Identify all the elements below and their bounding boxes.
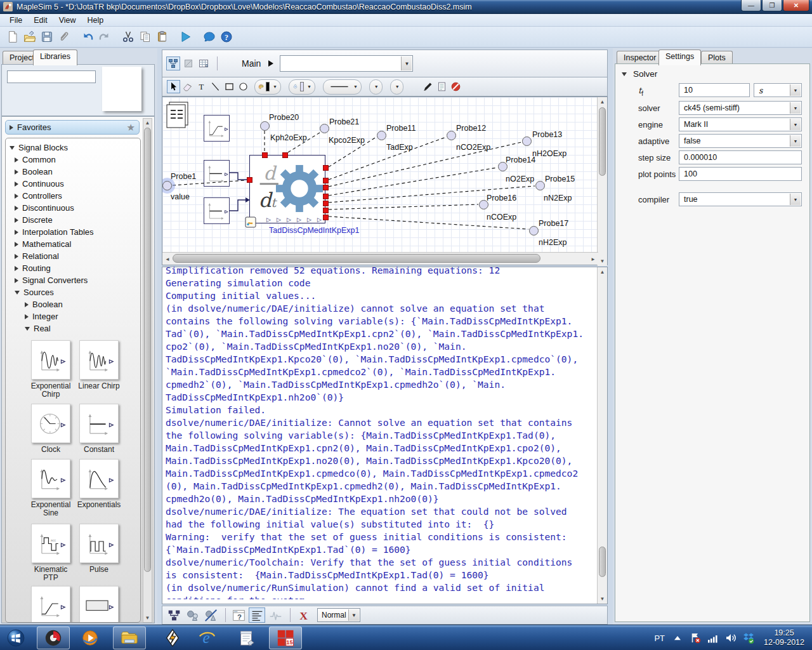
taskbar-internet-explorer[interactable]: e bbox=[190, 627, 223, 649]
palette-block-clock[interactable] bbox=[31, 404, 70, 443]
tree-item-boolean[interactable]: Boolean bbox=[6, 166, 140, 178]
canvas-vertical-scrollbar[interactable]: ▲ ▼ bbox=[597, 97, 607, 266]
rectangle-tool[interactable] bbox=[223, 80, 236, 93]
clear-console-button[interactable]: X bbox=[295, 607, 311, 623]
tree-item-interpolation-tables[interactable]: Interpolation Tables bbox=[6, 226, 140, 238]
solver-unit-dropdown[interactable]: s▼ bbox=[754, 83, 802, 97]
tree-item-controllers[interactable]: Controllers bbox=[6, 190, 140, 202]
port-right[interactable] bbox=[323, 208, 329, 213]
pen-color-tool[interactable]: ▼ bbox=[254, 79, 281, 95]
palette-scrollbar[interactable]: ▲ ▼ bbox=[143, 118, 152, 623]
tree-root-signal-blocks[interactable]: Signal Blocks bbox=[6, 142, 140, 154]
cut-button[interactable] bbox=[121, 29, 136, 44]
tree-item-boolean[interactable]: Boolean bbox=[6, 298, 140, 310]
taskbar-maple-15[interactable]: 15 bbox=[269, 627, 302, 649]
pen-color-swatch[interactable] bbox=[266, 82, 270, 91]
console-level-dropdown[interactable]: Normal▼ bbox=[317, 608, 360, 622]
view-3d-button[interactable] bbox=[184, 607, 200, 623]
palette-block-exponential-chirp[interactable] bbox=[31, 340, 70, 380]
connector-style-tool[interactable]: ▼ bbox=[369, 79, 383, 95]
chevron-down-icon[interactable]: ▼ bbox=[790, 102, 801, 114]
volume-icon[interactable] bbox=[724, 632, 737, 644]
tree-item-signal-converters[interactable]: Signal Converters bbox=[6, 274, 140, 286]
probe-probe13[interactable] bbox=[522, 136, 532, 146]
title-bar[interactable]: MapleSim 5 - *D:\JotaTR bkp\Documentos\D… bbox=[0, 0, 812, 14]
spreadsheet-view-button[interactable]: # bbox=[197, 56, 211, 70]
probe-probe12[interactable] bbox=[447, 131, 456, 140]
probe-probe11[interactable] bbox=[377, 131, 386, 140]
probe-probe20[interactable] bbox=[260, 121, 270, 131]
start-button[interactable] bbox=[1, 627, 30, 649]
document-button[interactable] bbox=[435, 80, 449, 93]
select-tool[interactable] bbox=[167, 80, 180, 93]
tad-diss-block[interactable]: d d t bbox=[249, 155, 325, 223]
palette-block-ramp[interactable] bbox=[31, 586, 70, 623]
run-simulation-button[interactable] bbox=[178, 29, 193, 44]
canvas-horizontal-scrollbar[interactable]: ◄ ► bbox=[162, 252, 598, 265]
probe-probe15[interactable] bbox=[535, 181, 545, 190]
probe-probe17[interactable] bbox=[529, 226, 539, 235]
scroll-down-icon[interactable]: ▼ bbox=[143, 615, 152, 621]
palette-block-exponentials[interactable] bbox=[79, 459, 119, 498]
library-search-input[interactable] bbox=[7, 70, 96, 83]
help-console-button[interactable]: ? bbox=[230, 607, 247, 623]
ellipse-tool[interactable] bbox=[237, 80, 250, 93]
probe-probe21[interactable] bbox=[320, 124, 329, 133]
fill-color-swatch[interactable] bbox=[300, 82, 304, 91]
chevron-down-icon[interactable]: ▼ bbox=[348, 609, 359, 621]
restore-button[interactable]: ❐ bbox=[762, 0, 782, 11]
solver-plot-points-input[interactable]: 100 bbox=[679, 167, 802, 181]
tree-item-real[interactable]: Real bbox=[6, 322, 140, 335]
taskbar-notepad[interactable] bbox=[230, 627, 263, 649]
port-right[interactable] bbox=[323, 194, 329, 199]
model-detail-view-button[interactable] bbox=[181, 56, 195, 70]
palette-block-constant[interactable] bbox=[79, 404, 119, 443]
pen-button[interactable] bbox=[421, 80, 435, 93]
solver-adaptive-dropdown[interactable]: false▼ bbox=[679, 134, 802, 148]
menu-view[interactable]: View bbox=[53, 15, 82, 26]
tree-item-continuous[interactable]: Continuous bbox=[6, 178, 140, 190]
breadcrumb[interactable]: Main bbox=[242, 58, 261, 69]
palette-block-block[interactable] bbox=[79, 586, 119, 623]
taskbar-explorer[interactable] bbox=[113, 627, 146, 649]
taskbar-winamp[interactable] bbox=[156, 627, 189, 649]
port-top[interactable] bbox=[282, 152, 288, 158]
tree-item-sources[interactable]: Sources bbox=[6, 286, 140, 298]
fill-color-tool[interactable]: ▼ bbox=[289, 79, 315, 95]
solver-section-header[interactable]: Solver bbox=[622, 69, 657, 79]
tree-item-relational[interactable]: Relational bbox=[6, 250, 140, 262]
scroll-up-icon[interactable]: ▲ bbox=[143, 120, 152, 126]
tree-item-mathematical[interactable]: Mathematical bbox=[6, 238, 140, 250]
pin-tool[interactable]: ▼ bbox=[390, 79, 403, 95]
language-indicator[interactable]: PT bbox=[654, 633, 665, 643]
chevron-down-icon[interactable]: ▼ bbox=[790, 84, 801, 96]
palette-block-exponential-sine[interactable] bbox=[31, 459, 70, 498]
menu-help[interactable]: Help bbox=[82, 15, 110, 26]
message-console-button[interactable] bbox=[249, 607, 265, 623]
palette-block-kinematic-ptp[interactable]: acc bbox=[31, 524, 70, 563]
network-icon[interactable] bbox=[707, 632, 719, 644]
tab-libraries[interactable]: Libraries bbox=[33, 50, 77, 65]
redo-button[interactable] bbox=[97, 29, 112, 44]
console-scrollbar[interactable]: ▲ ▼ bbox=[597, 267, 607, 604]
solver-compiler-dropdown[interactable]: true▼ bbox=[679, 192, 802, 206]
simulation-graph-button[interactable] bbox=[267, 607, 284, 623]
copy-button[interactable] bbox=[138, 29, 153, 44]
undo-button[interactable] bbox=[80, 29, 95, 44]
tab-settings[interactable]: Settings bbox=[658, 50, 701, 65]
port-top[interactable] bbox=[262, 152, 268, 158]
no-entry-button[interactable] bbox=[449, 80, 462, 93]
solver-step-size-input[interactable]: 0.000010 bbox=[679, 150, 802, 164]
port-left[interactable] bbox=[247, 177, 252, 183]
chat-button[interactable] bbox=[202, 29, 217, 44]
menu-file[interactable]: File bbox=[4, 15, 28, 26]
console-output[interactable]: Simplification removed 52 equations. Rem… bbox=[166, 264, 594, 599]
chevron-down-icon[interactable]: ▼ bbox=[790, 119, 801, 130]
model-view-button[interactable] bbox=[166, 607, 182, 623]
navigation-combobox[interactable]: ▼ bbox=[280, 55, 413, 72]
help-button[interactable]: ? bbox=[219, 29, 234, 44]
model-canvas[interactable]: d d t bbox=[162, 97, 598, 253]
open-file-button[interactable] bbox=[22, 29, 37, 44]
new-file-button[interactable] bbox=[5, 29, 20, 44]
taskbar-media-player[interactable] bbox=[74, 627, 107, 649]
